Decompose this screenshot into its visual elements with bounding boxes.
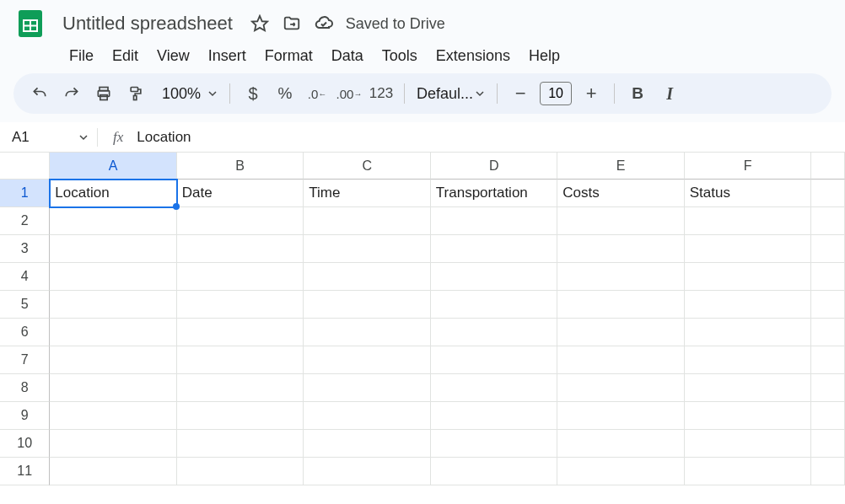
row-header-2[interactable]: 2 <box>0 207 50 235</box>
cell-B6[interactable] <box>177 319 304 346</box>
undo-button[interactable] <box>25 79 54 108</box>
cell-A7[interactable] <box>50 346 176 374</box>
menu-view[interactable]: View <box>148 44 198 68</box>
row-header-1[interactable]: 1 <box>0 180 50 207</box>
cell-F10[interactable] <box>685 430 811 458</box>
cell-C10[interactable] <box>304 430 430 458</box>
cell-E10[interactable] <box>557 430 684 458</box>
decrease-font-button[interactable]: − <box>506 79 535 108</box>
cell-F8[interactable] <box>685 374 811 402</box>
cell-D11[interactable] <box>431 458 557 485</box>
cell-B3[interactable] <box>177 235 304 263</box>
column-header-E[interactable]: E <box>557 153 685 180</box>
cell-C5[interactable] <box>304 291 430 319</box>
cell-C11[interactable] <box>304 458 430 485</box>
column-header-D[interactable]: D <box>431 153 558 180</box>
paint-format-button[interactable] <box>121 79 150 108</box>
cell-overflow[interactable] <box>811 346 845 374</box>
cell-B8[interactable] <box>177 374 304 402</box>
cell-B5[interactable] <box>177 291 304 319</box>
menu-tools[interactable]: Tools <box>374 44 426 68</box>
cell-C8[interactable] <box>304 374 430 402</box>
cell-overflow[interactable] <box>811 263 845 291</box>
menu-insert[interactable]: Insert <box>200 44 255 68</box>
row-header-6[interactable]: 6 <box>0 319 50 346</box>
sheets-logo[interactable] <box>13 7 47 40</box>
cell-E6[interactable] <box>557 319 684 346</box>
cell-E2[interactable] <box>557 207 684 235</box>
row-header-8[interactable]: 8 <box>0 374 50 402</box>
cell-B2[interactable] <box>177 207 304 235</box>
cell-D6[interactable] <box>431 319 557 346</box>
increase-decimal-button[interactable]: .00→ <box>335 79 363 108</box>
cell-overflow[interactable] <box>811 235 845 263</box>
row-header-11[interactable]: 11 <box>0 458 50 485</box>
menu-data[interactable]: Data <box>323 44 372 68</box>
cell-B1[interactable]: Date <box>177 180 304 207</box>
increase-font-button[interactable]: + <box>577 79 605 108</box>
percent-button[interactable]: % <box>271 79 299 108</box>
zoom-dropdown[interactable]: 100% <box>153 85 221 103</box>
cell-A6[interactable] <box>50 319 176 346</box>
spreadsheet-grid[interactable]: ABCDEF 1LocationDateTimeTransportationCo… <box>0 153 845 485</box>
cloud-saved-icon[interactable] <box>314 13 334 34</box>
cell-E11[interactable] <box>557 458 684 485</box>
cell-D9[interactable] <box>431 402 557 430</box>
decrease-decimal-button[interactable]: .0← <box>303 79 331 108</box>
cell-F11[interactable] <box>685 458 811 485</box>
cell-overflow[interactable] <box>811 180 845 207</box>
row-header-9[interactable]: 9 <box>0 402 50 430</box>
cell-E7[interactable] <box>557 346 684 374</box>
star-icon[interactable] <box>250 13 270 34</box>
row-header-3[interactable]: 3 <box>0 235 50 263</box>
cell-B4[interactable] <box>177 263 304 291</box>
cell-E9[interactable] <box>557 402 684 430</box>
cell-F6[interactable] <box>685 319 811 346</box>
cell-C4[interactable] <box>304 263 430 291</box>
menu-edit[interactable]: Edit <box>104 44 147 68</box>
cell-E4[interactable] <box>557 263 684 291</box>
cell-F9[interactable] <box>685 402 811 430</box>
cell-A5[interactable] <box>50 291 176 319</box>
font-size-input[interactable] <box>540 82 572 105</box>
cell-C7[interactable] <box>304 346 430 374</box>
cell-F1[interactable]: Status <box>685 180 811 207</box>
column-header-F[interactable]: F <box>685 153 812 180</box>
cell-E5[interactable] <box>557 291 684 319</box>
cell-D1[interactable]: Transportation <box>431 180 557 207</box>
cell-C3[interactable] <box>304 235 430 263</box>
formula-bar[interactable] <box>137 129 845 146</box>
cell-E3[interactable] <box>557 235 684 263</box>
cell-A3[interactable] <box>50 235 176 263</box>
select-all-corner[interactable] <box>0 153 50 180</box>
cell-D8[interactable] <box>431 374 557 402</box>
cell-D5[interactable] <box>431 291 557 319</box>
column-header-next[interactable] <box>811 153 845 180</box>
cell-overflow[interactable] <box>811 458 845 485</box>
cell-F4[interactable] <box>685 263 811 291</box>
cell-overflow[interactable] <box>811 430 845 458</box>
more-formats-button[interactable]: 123 <box>367 79 396 108</box>
cell-B7[interactable] <box>177 346 304 374</box>
cell-F2[interactable] <box>685 207 811 235</box>
column-header-C[interactable]: C <box>304 153 431 180</box>
column-header-A[interactable]: A <box>50 153 177 180</box>
row-header-7[interactable]: 7 <box>0 346 50 374</box>
cell-overflow[interactable] <box>811 319 845 346</box>
menu-extensions[interactable]: Extensions <box>428 44 519 68</box>
menu-help[interactable]: Help <box>520 44 568 68</box>
cell-B11[interactable] <box>177 458 304 485</box>
cell-A4[interactable] <box>50 263 176 291</box>
cell-A8[interactable] <box>50 374 176 402</box>
cell-E1[interactable]: Costs <box>557 180 684 207</box>
cell-overflow[interactable] <box>811 402 845 430</box>
cell-A1[interactable]: Location <box>50 180 176 207</box>
currency-button[interactable]: $ <box>239 79 267 108</box>
cell-F3[interactable] <box>685 235 811 263</box>
move-folder-icon[interactable] <box>282 13 302 34</box>
cell-overflow[interactable] <box>811 207 845 235</box>
cell-D7[interactable] <box>431 346 557 374</box>
bold-button[interactable]: B <box>623 79 652 108</box>
cell-D2[interactable] <box>431 207 557 235</box>
menu-file[interactable]: File <box>61 44 102 68</box>
